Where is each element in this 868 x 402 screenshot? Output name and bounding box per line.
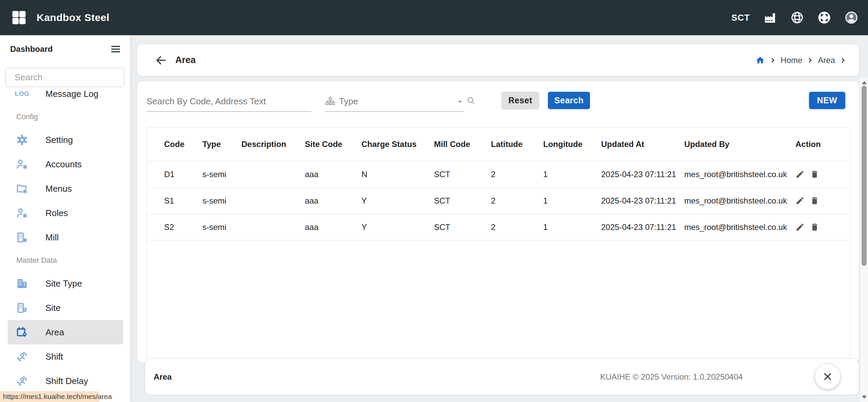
home-icon[interactable] (755, 56, 765, 65)
sidebar-menu: LOG Message Log Config Setting Accounts … (0, 82, 130, 393)
sidebar-item-site-type[interactable]: Site Type (0, 271, 130, 296)
tree-hierarchy-icon (325, 96, 336, 107)
globe-icon[interactable] (790, 10, 804, 25)
close-icon (822, 371, 833, 382)
user-gear-icon (16, 207, 28, 219)
sidebar: Dashboard LOG Message Log Config Setting… (0, 35, 130, 402)
link-preview-status: https://mes1.kuaihe.tech/mes/area (0, 391, 99, 402)
scroll-up-icon[interactable] (862, 81, 867, 85)
close-button[interactable] (815, 364, 840, 389)
sidebar-item-accounts[interactable]: Accounts (0, 152, 130, 176)
col-updated-by: Updated By (684, 140, 795, 149)
content-card: Reset Search NEW Code Type Description S… (137, 81, 859, 362)
code-search-field (146, 91, 311, 112)
chevron-right-icon (806, 57, 814, 64)
footer-page-title: Area (154, 372, 172, 382)
breadcrumb: Home Area (755, 56, 847, 65)
page-header: Area Home Area (137, 44, 859, 76)
sidebar-header: Dashboard (10, 44, 53, 54)
col-mill-code: Mill Code (434, 140, 491, 149)
type-select-input[interactable] (339, 96, 453, 107)
col-description: Description (241, 140, 305, 149)
gear-icon (16, 133, 28, 146)
new-button[interactable]: NEW (809, 92, 845, 109)
top-navbar: Kandbox Steel SCT (0, 0, 868, 35)
sidebar-section-config: Config (0, 106, 130, 128)
account-icon[interactable] (844, 10, 859, 25)
sidebar-item-mill[interactable]: Mill (0, 225, 130, 250)
chevron-right-icon (839, 57, 847, 64)
col-longitude: Longitude (543, 140, 601, 149)
sidebar-item-shift[interactable]: Shift (0, 344, 130, 369)
factory-icon[interactable] (763, 10, 777, 25)
edit-pencil-icon[interactable] (795, 223, 805, 232)
page-title: Area (175, 55, 196, 65)
sidebar-item-area[interactable]: Area (8, 320, 123, 344)
sidebar-item-site[interactable]: Site (0, 296, 130, 320)
version-text: KUAIHE © 2025 Version: 1.0.20250404 (600, 372, 743, 382)
menu-toggle-icon[interactable] (110, 43, 121, 55)
sidebar-search-input[interactable] (15, 72, 128, 83)
col-code: Code (164, 140, 202, 149)
fullscreen-icon[interactable] (817, 10, 831, 25)
app-title: Kandbox Steel (37, 12, 110, 23)
area-table: Code Type Description Site Code Charge S… (146, 127, 850, 362)
breadcrumb-area[interactable]: Area (818, 56, 835, 65)
sidebar-section-master-data: Master Data (0, 250, 130, 271)
col-site-code: Site Code (305, 140, 361, 149)
breadcrumb-home[interactable]: Home (781, 56, 802, 65)
sidebar-item-shift-delay[interactable]: Shift Delay (0, 369, 130, 393)
app-logo-grid-icon[interactable] (10, 9, 28, 26)
delete-trash-icon[interactable] (810, 170, 819, 179)
chevron-right-icon (769, 57, 776, 64)
table-header-row: Code Type Description Site Code Charge S… (147, 127, 850, 161)
user-gear-icon (16, 158, 28, 171)
type-search-icon[interactable] (466, 96, 476, 107)
sidebar-item-menus[interactable]: Menus (0, 176, 130, 201)
footer-bar: Area KUAIHE © 2025 Version: 1.0.20250404 (145, 359, 859, 395)
scroll-down-icon[interactable] (862, 395, 867, 399)
col-updated-at: Updated At (601, 140, 684, 149)
table-row[interactable]: S1 s-semi aaa Y SCT 2 1 2025-04-23 07:11… (147, 188, 850, 214)
edit-pencil-icon[interactable] (795, 196, 805, 205)
chevron-down-icon[interactable] (456, 98, 464, 106)
sidebar-item-setting[interactable]: Setting (0, 128, 130, 152)
edit-pencil-icon[interactable] (795, 170, 805, 179)
type-select-field (325, 91, 476, 112)
link-preview-url: https://mes1.kuaihe.tech/mes/area (3, 393, 112, 401)
table-row[interactable]: D1 s-semi aaa N SCT 2 1 2025-04-23 07:11… (147, 161, 850, 188)
scrollbar-thumb[interactable] (862, 86, 867, 266)
building-icon (16, 277, 28, 290)
person-sync-icon (16, 350, 28, 363)
reset-button[interactable]: Reset (501, 92, 539, 109)
delete-trash-icon[interactable] (810, 196, 819, 205)
vertical-scrollbar (860, 78, 868, 402)
sidebar-item-roles[interactable]: Roles (0, 201, 130, 225)
person-sync-icon (16, 375, 28, 387)
calendar-pin-icon (16, 326, 28, 339)
building-gear-icon (16, 231, 28, 244)
code-search-input[interactable] (146, 96, 311, 107)
current-site-code: SCT (731, 13, 750, 23)
col-type: Type (202, 140, 241, 149)
back-arrow-icon[interactable] (155, 54, 167, 66)
sidebar-search (5, 68, 124, 87)
building-pin-icon (16, 301, 28, 314)
folder-gear-icon (16, 182, 28, 195)
col-action: Action (795, 140, 850, 149)
table-row[interactable]: S2 s-semi aaa Y SCT 2 1 2025-04-23 07:11… (147, 214, 850, 240)
log-icon: LOG (16, 87, 28, 100)
col-charge-status: Charge Status (361, 140, 434, 149)
search-button[interactable]: Search (548, 92, 590, 109)
col-latitude: Latitude (491, 140, 543, 149)
delete-trash-icon[interactable] (810, 223, 819, 232)
